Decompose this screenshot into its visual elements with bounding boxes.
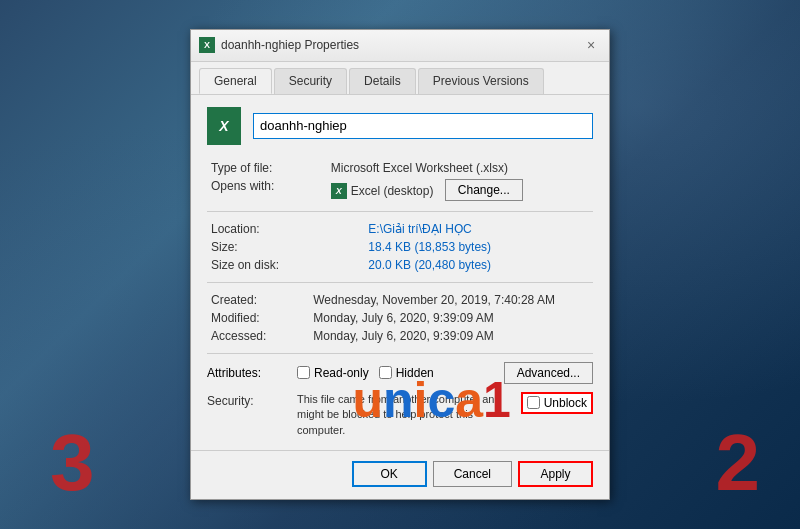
properties-dialog: X doanhh-nghiep Properties × General Sec… [190,29,610,500]
created-value: Wednesday, November 20, 2019, 7:40:28 AM [309,291,593,309]
tab-general[interactable]: General [199,68,272,94]
separator-1 [207,211,593,212]
tab-bar: General Security Details Previous Versio… [191,62,609,95]
cancel-button[interactable]: Cancel [433,461,512,487]
accessed-label: Accessed: [207,327,309,345]
security-label: Security: [207,392,297,408]
watermark-unica: unica1 [352,371,510,429]
attributes-label: Attributes: [207,366,297,380]
unblock-area: Unblock [521,392,593,414]
change-button[interactable]: Change... [445,179,523,201]
file-name-input[interactable] [253,113,593,139]
file-dates-table: Created: Wednesday, November 20, 2019, 7… [207,291,593,345]
apply-button[interactable]: Apply [518,461,593,487]
dialog-icon: X [199,37,215,53]
location-value: E:\Giải trí\ĐẠI HỌC [364,220,593,238]
dialog-title: doanhh-nghiep Properties [221,38,359,52]
size-label: Size: [207,238,364,256]
unblock-checkbox[interactable] [527,396,540,409]
tab-details[interactable]: Details [349,68,416,94]
tab-previous-versions[interactable]: Previous Versions [418,68,544,94]
accessed-value: Monday, July 6, 2020, 9:39:09 AM [309,327,593,345]
ok-button[interactable]: OK [352,461,427,487]
close-button[interactable]: × [581,35,601,55]
opens-app-name: Excel (desktop) [351,184,434,198]
size-disk-label: Size on disk: [207,256,364,274]
location-label: Location: [207,220,364,238]
type-value: Microsoft Excel Worksheet (.xlsx) [327,159,593,177]
file-details-table: Location: E:\Giải trí\ĐẠI HỌC Size: 18.4… [207,220,593,274]
created-label: Created: [207,291,309,309]
file-info-table: Type of file: Microsoft Excel Worksheet … [207,159,593,203]
title-bar: X doanhh-nghiep Properties × [191,30,609,62]
readonly-checkbox[interactable] [297,366,310,379]
size-value: 18.4 KB (18,853 bytes) [364,238,593,256]
opens-value: X Excel (desktop) Change... [327,177,593,203]
opens-app-icon: X [331,183,347,199]
bottom-buttons: OK Cancel Apply [191,450,609,499]
title-bar-left: X doanhh-nghiep Properties [199,37,359,53]
watermark-3: 3 [50,417,95,509]
separator-2 [207,282,593,283]
file-type-icon [207,107,241,145]
modified-value: Monday, July 6, 2020, 9:39:09 AM [309,309,593,327]
advanced-button[interactable]: Advanced... [504,362,593,384]
modified-label: Modified: [207,309,309,327]
size-disk-value: 20.0 KB (20,480 bytes) [364,256,593,274]
tab-security[interactable]: Security [274,68,347,94]
file-header [207,107,593,145]
opens-label: Opens with: [207,177,327,203]
type-label: Type of file: [207,159,327,177]
watermark-2: 2 [716,417,761,509]
unblock-label: Unblock [544,396,587,410]
separator-3 [207,353,593,354]
